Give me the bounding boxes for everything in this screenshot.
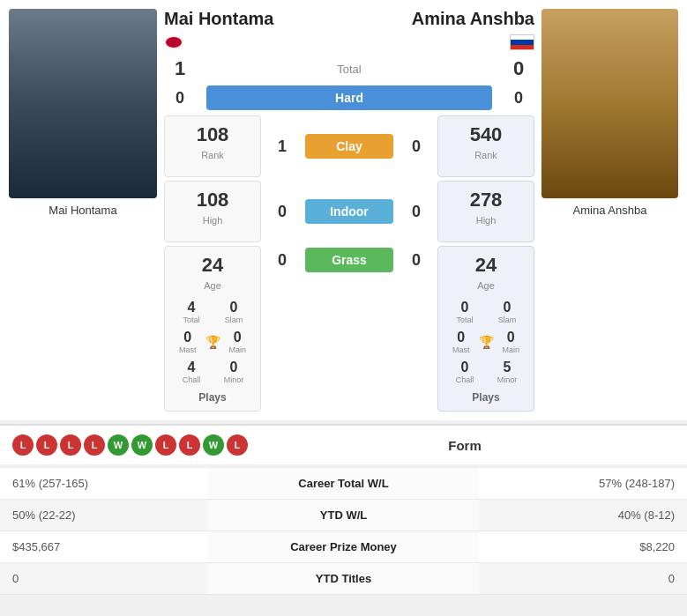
grass-score-right: 0: [400, 251, 432, 270]
stat-center-2: Career Prize Money: [208, 531, 479, 563]
clay-score-right: 0: [400, 137, 432, 156]
form-badge-w: W: [108, 434, 129, 456]
left-mast-lbl: Mast: [172, 345, 204, 354]
form-section: LLLLWWLLWL Form: [0, 424, 687, 464]
right-chall-lbl: Chall: [445, 375, 484, 384]
indoor-surface-btn: Indoor: [305, 199, 393, 224]
right-player-name-under: Amina Anshba: [573, 198, 647, 222]
stat-center-0: Career Total W/L: [208, 468, 479, 500]
left-plays-val: Plays: [172, 391, 253, 404]
trophy-icon-right: 🏆: [479, 335, 494, 349]
right-minor-val: 5: [488, 360, 526, 375]
form-badges: LLLLWWLLWL: [12, 434, 248, 456]
form-badge-l: L: [227, 434, 248, 456]
stat-left-2: $435,667: [0, 531, 208, 563]
left-flag: [164, 35, 183, 49]
stat-right-2: $8,220: [479, 531, 687, 563]
stats-table: 61% (257-165) Career Total W/L 57% (248-…: [0, 468, 687, 595]
right-main-lbl: Main: [496, 345, 527, 354]
right-main-val: 0: [496, 330, 527, 345]
indoor-score-left: 0: [266, 203, 298, 221]
form-badge-w: W: [131, 434, 153, 456]
hard-score-left: 0: [164, 89, 196, 108]
right-flag: [510, 34, 534, 50]
total-label: Total: [196, 63, 503, 76]
left-main-lbl: Main: [222, 345, 254, 354]
left-high-card: 108 High: [164, 181, 261, 242]
right-mast-val: 0: [445, 330, 477, 345]
grass-surface-btn: Grass: [305, 248, 393, 272]
form-badge-l: L: [60, 434, 81, 456]
left-age-label: Age: [204, 280, 221, 291]
stat-right-3: 0: [479, 563, 687, 595]
grass-score-left: 0: [266, 251, 298, 270]
left-slam-lbl: Slam: [214, 315, 253, 324]
total-score-left: 1: [164, 57, 196, 80]
form-badge-w: W: [203, 434, 224, 456]
right-total-lbl: Total: [445, 315, 484, 324]
comparison-wrapper: Mai Hontama Mai Hontama Amina Anshba: [0, 0, 687, 595]
right-high-value: 278: [445, 189, 526, 212]
left-stats-card: 108 Rank: [164, 115, 261, 177]
stats-row: 0 YTD Titles 0: [0, 563, 687, 595]
stats-row: 50% (22-22) YTD W/L 40% (8-12): [0, 500, 687, 531]
left-total-val: 4: [172, 300, 211, 315]
stat-left-3: 0: [0, 563, 208, 595]
right-plays-val: Plays: [445, 391, 526, 404]
right-player-name: Amina Anshba: [412, 9, 534, 29]
left-rank-value: 108: [172, 123, 253, 146]
right-total-val: 0: [445, 300, 484, 315]
right-player-photo: [541, 9, 678, 198]
form-label: Form: [448, 438, 482, 453]
left-chall-val: 4: [172, 360, 211, 375]
right-age-value: 24: [445, 254, 526, 277]
right-age-label: Age: [477, 280, 495, 291]
right-chall-val: 0: [445, 360, 484, 375]
hard-surface-btn: Hard: [206, 85, 492, 110]
right-rank-value: 540: [445, 123, 526, 146]
form-badge-l: L: [12, 434, 34, 456]
left-age-card: 24 Age 4 Total 0: [164, 246, 261, 412]
left-age-value: 24: [172, 254, 253, 277]
left-chall-lbl: Chall: [172, 375, 211, 384]
stats-table-container: 61% (257-165) Career Total W/L 57% (248-…: [0, 468, 687, 595]
stat-center-1: YTD W/L: [208, 500, 479, 531]
form-badge-l: L: [155, 434, 176, 456]
stat-left-0: 61% (257-165): [0, 468, 208, 500]
left-mast-val: 0: [172, 330, 204, 345]
trophy-icon-left: 🏆: [205, 335, 220, 349]
right-high-card: 278 High: [437, 181, 534, 242]
total-score-right: 0: [503, 57, 534, 80]
stat-right-1: 40% (8-12): [479, 500, 687, 531]
left-rank-label: Rank: [201, 150, 224, 160]
stat-left-1: 50% (22-22): [0, 500, 208, 531]
stat-center-3: YTD Titles: [208, 563, 479, 595]
form-badge-l: L: [36, 434, 57, 456]
stat-right-0: 57% (248-187): [479, 468, 687, 500]
indoor-score-right: 0: [400, 203, 432, 221]
right-minor-lbl: Minor: [488, 375, 526, 384]
left-minor-lbl: Minor: [214, 375, 253, 384]
clay-surface-btn: Clay: [305, 134, 393, 159]
left-total-lbl: Total: [172, 315, 211, 324]
clay-score-left: 1: [266, 137, 298, 156]
left-minor-val: 0: [214, 360, 253, 375]
left-high-label: High: [203, 215, 223, 226]
right-mast-lbl: Mast: [445, 345, 477, 354]
right-high-label: High: [476, 215, 497, 226]
hard-score-right: 0: [503, 89, 534, 108]
right-age-card: 24 Age 0 Total 0 Slam: [437, 246, 534, 412]
form-badge-l: L: [84, 434, 105, 456]
stats-row: $435,667 Career Prize Money $8,220: [0, 531, 687, 563]
stats-row: 61% (257-165) Career Total W/L 57% (248-…: [0, 468, 687, 500]
form-badge-l: L: [179, 434, 200, 456]
right-stats-card: 540 Rank: [437, 115, 534, 177]
left-player-photo: [9, 9, 157, 198]
left-player-name-under: Mai Hontama: [49, 198, 116, 222]
right-rank-label: Rank: [474, 150, 497, 160]
left-slam-val: 0: [214, 300, 253, 315]
right-slam-val: 0: [488, 300, 526, 315]
left-high-value: 108: [172, 189, 253, 212]
left-player-name: Mai Hontama: [164, 9, 273, 29]
left-main-val: 0: [222, 330, 254, 345]
